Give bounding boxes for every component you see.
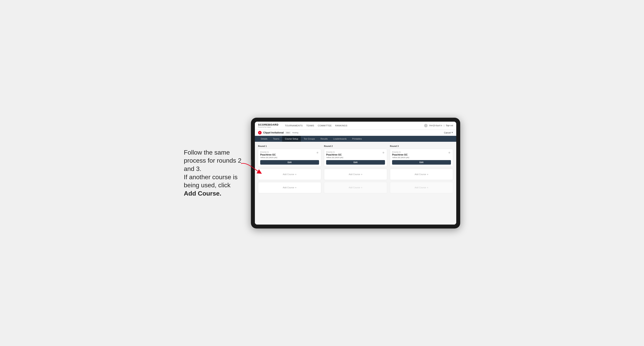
add-course-button-r1-2[interactable]: Add Course + [258, 182, 321, 193]
tablet-side-button [251, 160, 252, 166]
add-course-label: Add Course [283, 186, 294, 189]
tablet-screen: SCOREBOARD Powered by clippd TOURNAMENTS… [255, 122, 456, 225]
course-card-header: (Course A) Peachtree GC Yellow (M) (6629… [326, 151, 385, 160]
round-1-course-card-1: (Course A) Peachtree GC Yellow (M) (6629… [258, 149, 321, 167]
add-course-button-r3-2: Add Course + [390, 182, 453, 193]
user-email: blair@clippd.io [429, 124, 442, 127]
course-detail: Yellow (M) (6629 yds) [260, 157, 316, 159]
tab-tee-groups[interactable]: Tee Groups [301, 136, 318, 142]
course-name: Peachtree GC [260, 153, 316, 156]
add-course-button-r1-1[interactable]: Add Course + [258, 169, 321, 180]
course-name: Peachtree GC [326, 153, 382, 156]
tournament-name: Clippd Invitational [263, 131, 284, 134]
nav-right: blair@clippd.io | Sign out [424, 124, 453, 127]
edit-course-button-r1[interactable]: Edit [260, 160, 319, 165]
course-detail: Yellow (M) (6629 yds) [326, 157, 382, 159]
delete-course-icon[interactable]: ⊗ [316, 151, 319, 154]
course-detail: Yellow (M) (6629 yds) [392, 157, 448, 159]
course-card-header: (Course A) Peachtree GC Yellow (M) (6629… [392, 151, 451, 160]
sub-header: C Clippd Invitational Men Hosting Cancel… [255, 130, 456, 136]
main-content: Round 1 (Course A) Peachtree GC Yellow (… [255, 142, 456, 225]
instruction-panel: Follow the same process for rounds 2 and… [184, 149, 243, 198]
round-1-label: Round 1 [258, 145, 321, 147]
tab-details[interactable]: Details [258, 136, 270, 142]
rounds-grid: Round 1 (Course A) Peachtree GC Yellow (… [258, 145, 453, 195]
tablet-frame: SCOREBOARD Powered by clippd TOURNAMENTS… [251, 118, 460, 228]
logo-text: SCOREBOARD [258, 123, 278, 126]
course-card-info: (Course A) Peachtree GC Yellow (M) (6629… [260, 151, 316, 160]
delete-course-icon[interactable]: ⊗ [448, 151, 451, 154]
delete-course-icon[interactable]: ⊗ [382, 151, 385, 154]
cancel-icon: ✕ [451, 131, 453, 134]
add-course-label: Add Course [349, 173, 360, 175]
tournament-info: C Clippd Invitational Men Hosting [258, 131, 298, 135]
add-course-label: Add Course [283, 173, 294, 175]
add-course-button-r2-1[interactable]: Add Course + [324, 169, 387, 180]
edit-course-button-r2[interactable]: Edit [326, 160, 385, 165]
course-slot-label: (Course A) [260, 151, 316, 153]
tab-leaderboards[interactable]: Leaderboards [330, 136, 350, 142]
instruction-text: Follow the same process for rounds 2 and… [184, 149, 242, 197]
add-course-button-r2-2: Add Course + [324, 182, 387, 193]
add-plus-icon: + [295, 186, 296, 189]
add-course-label: Add Course [414, 186, 426, 189]
nav-teams[interactable]: TEAMS [306, 124, 314, 127]
edit-course-button-r3[interactable]: Edit [392, 160, 451, 165]
add-plus-icon: + [361, 173, 362, 176]
nav-committee[interactable]: COMMITTEE [318, 124, 332, 127]
add-plus-icon: + [427, 186, 428, 189]
round-3-course-card-1: (Course A) Peachtree GC Yellow (M) (6629… [390, 149, 453, 167]
add-plus-icon: + [295, 173, 296, 176]
course-slot-label: (Course A) [326, 151, 382, 153]
sign-out-link[interactable]: Sign out [446, 124, 453, 127]
nav-links: TOURNAMENTS TEAMS COMMITTEE RANKINGS [285, 124, 420, 127]
add-course-label: Add Course [349, 186, 360, 189]
tablet-area: SCOREBOARD Powered by clippd TOURNAMENTS… [251, 118, 460, 228]
add-plus-icon: + [427, 173, 428, 176]
add-course-button-r3-1[interactable]: Add Course + [390, 169, 453, 180]
instruction-bold: Add Course. [184, 190, 221, 197]
clippd-icon: C [258, 131, 262, 135]
tab-results[interactable]: Results [318, 136, 330, 142]
round-2-course-card-1: (Course A) Peachtree GC Yellow (M) (6629… [324, 149, 387, 167]
hosting-badge: Hosting [292, 132, 298, 134]
round-3-column: Round 3 (Course A) Peachtree GC Yellow (… [390, 145, 453, 195]
top-nav: SCOREBOARD Powered by clippd TOURNAMENTS… [255, 122, 456, 130]
tab-bar: Details Teams Course Setup Tee Groups Re… [255, 136, 456, 142]
round-3-label: Round 3 [390, 145, 453, 147]
logo-sub: Powered by clippd [258, 126, 278, 128]
course-card-info: (Course A) Peachtree GC Yellow (M) (6629… [326, 151, 382, 160]
cancel-label: Cancel [444, 132, 451, 134]
round-2-column: Round 2 (Course A) Peachtree GC Yellow (… [324, 145, 387, 195]
user-avatar [424, 124, 428, 127]
logo-area: SCOREBOARD Powered by clippd [258, 123, 278, 128]
round-1-column: Round 1 (Course A) Peachtree GC Yellow (… [258, 145, 321, 195]
tournament-badge: Men [285, 132, 291, 134]
add-course-label: Add Course [414, 173, 426, 175]
course-slot-label: (Course A) [392, 151, 448, 153]
page-wrapper: Follow the same process for rounds 2 and… [184, 118, 460, 228]
cancel-button[interactable]: Cancel ✕ [444, 131, 453, 134]
tab-teams[interactable]: Teams [270, 136, 282, 142]
round-2-label: Round 2 [324, 145, 387, 147]
nav-separator: | [444, 124, 444, 127]
course-card-header: (Course A) Peachtree GC Yellow (M) (6629… [260, 151, 319, 160]
tab-printables[interactable]: Printables [350, 136, 365, 142]
nav-tournaments[interactable]: TOURNAMENTS [285, 124, 303, 127]
tab-course-setup[interactable]: Course Setup [282, 136, 301, 142]
nav-rankings[interactable]: RANKINGS [335, 124, 347, 127]
add-plus-icon: + [361, 186, 362, 189]
course-card-info: (Course A) Peachtree GC Yellow (M) (6629… [392, 151, 448, 160]
course-name: Peachtree GC [392, 153, 448, 156]
